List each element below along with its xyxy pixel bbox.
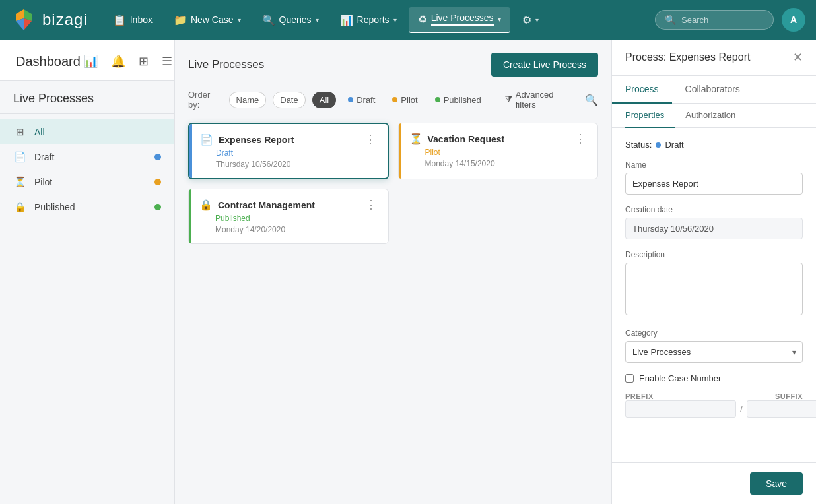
search-input[interactable] [681, 15, 761, 25]
sidebar-item-all-label: All [34, 127, 45, 137]
expenses-report-menu[interactable]: ⋮ [364, 133, 377, 145]
status-row: Status: Draft [625, 140, 803, 150]
enable-case-number-checkbox[interactable] [625, 374, 634, 383]
queries-icon: 🔍 [262, 14, 275, 26]
subtab-authorization[interactable]: Authorization [685, 104, 746, 128]
process-search-icon[interactable]: 🔍 [585, 94, 598, 106]
filter-pilot-button[interactable]: Pilot [387, 92, 423, 108]
tab-collaborators[interactable]: Collaborators [672, 76, 753, 104]
menu-icon[interactable]: ☰ [159, 51, 175, 71]
vacation-request-status: Pilot [425, 148, 588, 157]
prefix-input[interactable] [625, 400, 736, 418]
process-card-expenses-report[interactable]: 📄 Expenses Report ⋮ Draft Thursday 10/56… [188, 123, 389, 179]
published-filter-label: Published [444, 95, 481, 105]
bell-icon[interactable]: 🔔 [108, 51, 128, 71]
card-title-area-vacation: ⏳ Vacation Request [409, 133, 505, 145]
live-processes-icon: ♻ [418, 13, 427, 26]
slash-separator: / [740, 404, 743, 414]
pilot-icon: ⏳ [13, 176, 26, 188]
reports-chevron: ▾ [393, 16, 397, 24]
advanced-filters-button[interactable]: ⧩ Advanced filters [500, 87, 578, 112]
suffix-input[interactable] [747, 400, 816, 418]
prefix-group [625, 400, 736, 418]
right-panel-footer: Save [612, 462, 816, 504]
main-layout: Dashboard 📊 🔔 ⊞ ☰ Live Processes ⊞ All 📄… [0, 40, 816, 504]
contract-management-status: Published [215, 214, 378, 223]
status-dot [656, 142, 661, 148]
description-field-row: Description [625, 250, 803, 318]
nav-reports[interactable]: 📊 Reports ▾ [331, 9, 406, 32]
card-header-vacation: ⏳ Vacation Request ⋮ [409, 133, 588, 145]
tab-process[interactable]: Process [612, 76, 672, 104]
sidebar: Dashboard 📊 🔔 ⊞ ☰ Live Processes ⊞ All 📄… [0, 40, 175, 504]
all-icon: ⊞ [13, 126, 26, 138]
enable-case-number-row: Enable Case Number [625, 373, 803, 383]
status-label: Status: [625, 140, 652, 150]
nav-settings[interactable]: ⚙ ▾ [513, 9, 548, 32]
logo-text: bizagi [42, 11, 88, 29]
logo[interactable]: bizagi [11, 7, 88, 33]
category-select[interactable]: Live Processes [625, 341, 803, 363]
sidebar-item-all[interactable]: ⊞ All [0, 119, 174, 144]
vacation-request-date: Monday 14/15/2020 [425, 159, 588, 168]
category-label: Category [625, 329, 803, 338]
pilot-filter-label: Pilot [401, 95, 417, 105]
draft-dot [154, 154, 161, 160]
contract-management-menu[interactable]: ⋮ [365, 199, 378, 210]
sidebar-item-published[interactable]: 🔒 Published [0, 195, 174, 220]
filter-all-button[interactable]: All [312, 92, 336, 108]
avatar[interactable]: A [782, 8, 805, 32]
category-select-row: Live Processes ▾ [625, 341, 803, 363]
filter-name-button[interactable]: Name [229, 92, 267, 108]
filter-draft-button[interactable]: Draft [343, 92, 380, 108]
save-button[interactable]: Save [750, 472, 803, 495]
new-case-chevron: ▾ [238, 16, 241, 24]
sidebar-item-pilot[interactable]: ⏳ Pilot [0, 170, 174, 195]
filter-date-button[interactable]: Date [273, 92, 305, 108]
top-navigation: bizagi 📋 Inbox 📁 New Case ▾ 🔍 Queries ▾ … [0, 0, 816, 40]
expenses-report-icon: 📄 [200, 133, 213, 146]
grid-icon[interactable]: ⊞ [136, 51, 151, 71]
subtab-properties[interactable]: Properties [625, 104, 675, 128]
right-panel-close-button[interactable]: ✕ [793, 50, 803, 65]
nav-live-processes[interactable]: ♻ Live Processes ▾ [409, 7, 510, 33]
process-card-contract-management[interactable]: 🔒 Contract Management ⋮ Published Monday… [188, 189, 389, 244]
filter-published-button[interactable]: Published [430, 92, 487, 108]
right-subtabs: Properties Authorization [612, 104, 816, 128]
create-live-process-button[interactable]: Create Live Process [491, 53, 598, 77]
category-field-row: Category Live Processes ▾ [625, 329, 803, 363]
content-split: Live Processes Create Live Process Order… [175, 40, 816, 504]
vacation-request-menu[interactable]: ⋮ [574, 133, 587, 144]
name-input[interactable] [625, 173, 803, 195]
panel-header: Live Processes Create Live Process [188, 53, 598, 77]
pilot-dot [154, 179, 161, 185]
advanced-filters-label: Advanced filters [516, 90, 573, 110]
search-box[interactable]: 🔍 [655, 10, 774, 30]
bar-chart-icon[interactable]: 📊 [81, 51, 100, 71]
settings-chevron: ▾ [535, 16, 539, 24]
nav-inbox-label: Inbox [130, 15, 153, 25]
process-card-vacation-request[interactable]: ⏳ Vacation Request ⋮ Pilot Monday 14/15/… [398, 123, 599, 179]
header-actions: 📊 🔔 ⊞ ☰ [81, 51, 175, 71]
draft-icon: 📄 [13, 151, 26, 163]
dashboard-header: Dashboard 📊 🔔 ⊞ ☰ [0, 40, 174, 81]
suffix-group [747, 400, 816, 418]
sidebar-item-draft[interactable]: 📄 Draft [0, 144, 174, 170]
nav-new-case[interactable]: 📁 New Case ▾ [164, 9, 250, 32]
card-title-area-contract: 🔒 Contract Management [199, 199, 315, 211]
contract-management-date: Monday 14/20/2020 [215, 225, 378, 234]
right-content: Status: Draft Name Creation date Thursda… [612, 128, 816, 462]
panel-title: Live Processes [188, 58, 264, 71]
nav-reports-label: Reports [357, 15, 390, 25]
nav-inbox[interactable]: 📋 Inbox [104, 9, 162, 32]
right-panel: Process: Expenses Report ✕ Process Colla… [611, 40, 816, 504]
suffix-label: SUFFIX [775, 393, 803, 400]
pilot-filter-dot [392, 97, 397, 102]
expenses-report-date: Thursday 10/56/2020 [216, 160, 377, 169]
filter-icon: ⧩ [505, 94, 512, 105]
description-input[interactable] [625, 263, 803, 315]
nav-queries[interactable]: 🔍 Queries ▾ [253, 9, 328, 32]
process-list-panel: Live Processes Create Live Process Order… [175, 40, 611, 504]
status-value: Draft [665, 140, 683, 150]
published-icon: 🔒 [13, 201, 26, 213]
